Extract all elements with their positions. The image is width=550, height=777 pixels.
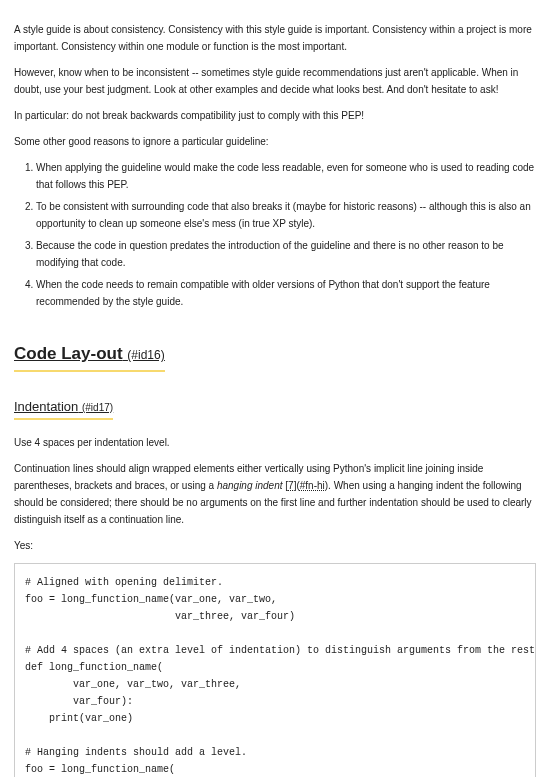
- code-block-yes: # Aligned with opening delimiter. foo = …: [14, 563, 536, 777]
- paragraph-compat: In particular: do not break backwards co…: [14, 107, 536, 124]
- reason-item: When the code needs to remain compatible…: [36, 276, 536, 310]
- heading-code-layout-text: Code Lay-out: [14, 344, 123, 363]
- paragraph-reasons-intro: Some other good reasons to ignore a part…: [14, 133, 536, 150]
- reasons-list: When applying the guideline would make t…: [14, 159, 536, 310]
- reason-item: When applying the guideline would make t…: [36, 159, 536, 193]
- hanging-indent-term: hanging indent: [217, 480, 283, 491]
- heading-code-layout: Code Lay-out (#id16): [14, 340, 165, 372]
- reason-item: To be consistent with surrounding code t…: [36, 198, 536, 232]
- ref-link[interactable]: #fn-hi: [300, 480, 325, 491]
- paragraph-inconsistent: However, know when to be inconsistent --…: [14, 64, 536, 98]
- paragraph-indent-rule: Use 4 spaces per indentation level.: [14, 434, 536, 451]
- heading-indentation-text: Indentation: [14, 399, 78, 414]
- heading-code-layout-anchor[interactable]: (#id16): [127, 348, 164, 362]
- paragraph-consistency: A style guide is about consistency. Cons…: [14, 21, 536, 55]
- heading-indentation-anchor[interactable]: (#id17): [82, 402, 113, 413]
- paragraph-continuation: Continuation lines should align wrapped …: [14, 460, 536, 528]
- yes-label: Yes:: [14, 537, 536, 554]
- reason-item: Because the code in question predates th…: [36, 237, 536, 271]
- heading-indentation: Indentation (#id17): [14, 396, 113, 420]
